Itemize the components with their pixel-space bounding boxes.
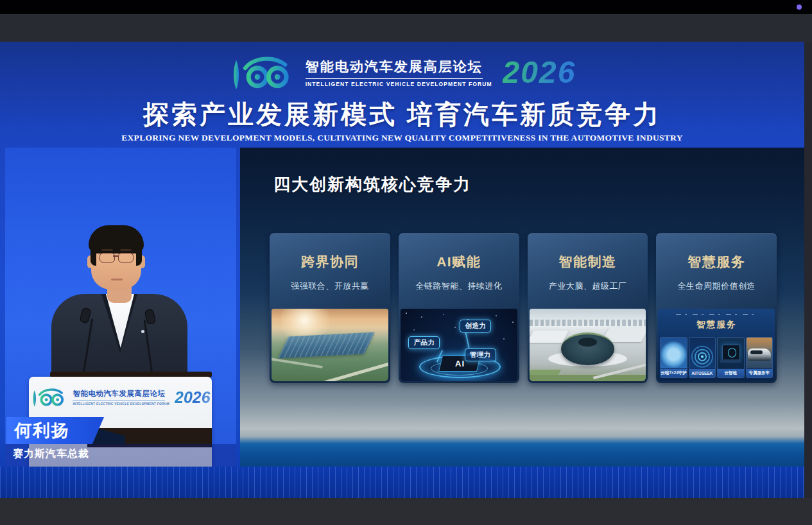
speaker-hair (91, 244, 96, 266)
factory-roof (278, 332, 375, 358)
stage-main-title: 探索产业发展新模式 培育汽车新质竞争力 (0, 97, 804, 132)
ai-platform-image: AI 产品力 创造力 管理力 (401, 309, 517, 381)
speaker-name-banner: 何利扬 (6, 417, 104, 444)
card-subtitle: 全生命周期价值创造 (656, 280, 777, 292)
glasses-icon (99, 253, 133, 262)
speaker-job-title: 赛力斯汽车总裁 (13, 447, 89, 461)
service-item-label: 云智检 (718, 369, 743, 377)
stream-video-frame: 智能电动汽车发展高层论坛 INTELLIGENT ELECTRIC VEHICL… (0, 42, 804, 498)
ai-core-label: AI (454, 359, 464, 368)
speaker-eyebrow (120, 249, 132, 251)
forum-name-en: INTELLIGENT ELECTRIC VEHICLE DEVELOPMENT… (306, 81, 492, 87)
forum-logo: 智能电动汽车发展高层论坛 INTELLIGENT ELECTRIC VEHICL… (0, 53, 804, 92)
smart-service-image: 智慧服务 云端7×24守护 AITOSEEK (658, 309, 775, 381)
forum-name-cn: 智能电动汽车发展高层论坛 (306, 58, 483, 79)
service-item-label: 云端7×24守护 (661, 369, 686, 377)
card-smart-service: 智慧服务 全生命周期价值创造 智慧服务 云端7×24守护 AITOSEEK (656, 233, 777, 383)
podium-year-badge: 2026 (175, 390, 211, 406)
ai-label-creation: 创造力 (460, 320, 491, 332)
card-title: 智慧服务 (656, 253, 777, 271)
green-field (530, 375, 646, 381)
card-title: 跨界协同 (270, 253, 390, 271)
card-ai-empowerment: AI赋能 全链路智能、持续进化 AI 产品力 创造力 管理力 (399, 233, 519, 383)
service-item: 云端7×24守护 (660, 337, 687, 378)
top-gray-bar (0, 14, 812, 42)
bottom-gray-bar (0, 498, 812, 525)
service-item-label: AITOSEEK (689, 369, 715, 377)
speaker-video-panel: 智能电动汽车发展高层论坛 INTELLIGENT ELECTRIC VEHICL… (5, 148, 236, 467)
podium-logo: 智能电动汽车发展高层论坛 INTELLIGENT ELECTRIC VEHICL… (29, 377, 212, 408)
factory-shed (530, 331, 569, 343)
service-van-icon (747, 338, 772, 368)
logo-100-icon (30, 387, 67, 408)
service-item: AITOSEEK (689, 337, 716, 378)
top-black-bar (0, 0, 812, 14)
speaker-eyebrow (101, 249, 113, 251)
speaker-hair (136, 244, 142, 266)
card-smart-manufacturing: 智能制造 产业大脑、超级工厂 (528, 233, 648, 383)
competitiveness-cards: 跨界协同 强强联合、开放共赢 AI赋能 全链路智能、持续进化 (270, 233, 777, 383)
podium-forum-name-en: INTELLIGENT ELECTRIC VEHICLE DEVELOPMENT… (73, 402, 169, 406)
service-panel-title: 智慧服务 (658, 319, 775, 331)
city-skyline (530, 320, 646, 326)
decor-dashes (676, 314, 757, 315)
circular-building-hole (578, 338, 597, 347)
cloud-inspection-icon (718, 338, 743, 368)
smart-factory-image (530, 309, 646, 381)
service-items: 云端7×24守护 AITOSEEK 云智检 (660, 337, 773, 378)
green-field (530, 370, 562, 375)
connector-line (465, 332, 470, 348)
stage-subtitle-en: EXPLORING NEW DEVELOPMENT MODELS, CULTIV… (0, 133, 804, 143)
ai-label-product: 产品力 (408, 336, 440, 349)
speaker-mouth (111, 279, 123, 280)
stage-floor (0, 467, 804, 498)
stars (406, 313, 407, 314)
card-subtitle: 全链路智能、持续进化 (399, 280, 519, 292)
service-item: 云智检 (717, 337, 744, 378)
lapel-pin (141, 330, 144, 333)
service-item-label: 专属服务车 (747, 369, 772, 377)
card-subtitle: 强强联合、开放共赢 (270, 280, 390, 292)
aitoseek-signal-icon (689, 338, 715, 368)
podium-forum-name-cn: 智能电动汽车发展高层论坛 (73, 389, 165, 400)
logo-100-icon (229, 55, 295, 90)
ai-label-management: 管理力 (465, 349, 496, 361)
cloud-guard-icon (661, 338, 686, 368)
presentation-slide: 四大创新构筑核心竞争力 跨界协同 强强联合、开放共赢 AI赋能 全链路智能、持续… (240, 148, 804, 467)
forum-year-badge: 2026 (503, 57, 576, 88)
slide-title: 四大创新构筑核心竞争力 (273, 173, 471, 196)
card-title: 智能制造 (528, 253, 648, 271)
service-item: 专属服务车 (746, 337, 773, 378)
card-subtitle: 产业大脑、超级工厂 (528, 280, 648, 292)
speaker-name: 何利扬 (6, 417, 104, 444)
card-title: AI赋能 (399, 253, 519, 271)
road (272, 357, 323, 368)
factory-sunset-image (272, 309, 388, 381)
road (324, 361, 388, 381)
recording-dot-icon (797, 4, 802, 10)
card-cross-industry: 跨界协同 强强联合、开放共赢 (270, 233, 390, 383)
